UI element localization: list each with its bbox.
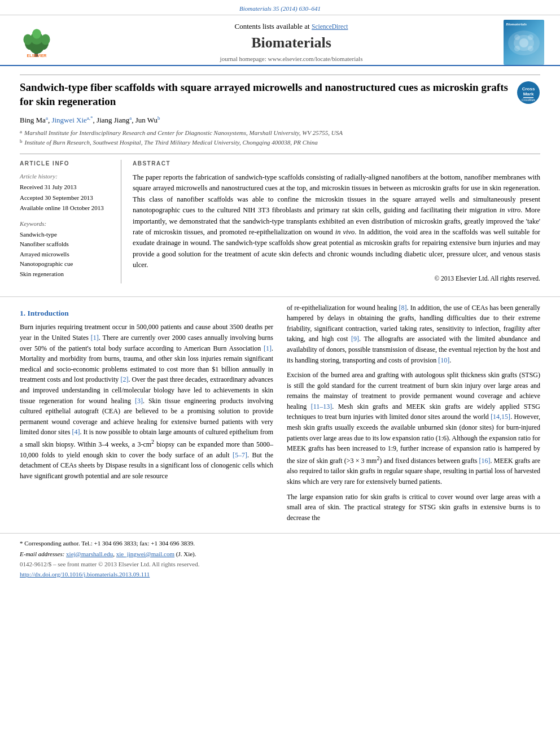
keyword-2: Nanofiber scaffolds (20, 240, 112, 248)
intro-paragraph-4: The large expansion ratio for skin graft… (287, 492, 540, 523)
article-history-label: Article history: (20, 172, 112, 181)
svg-point-6 (41, 34, 50, 45)
crossmark-badge: Cross Mark CrossMark (517, 81, 540, 104)
available-date: Available online 18 October 2013 (20, 204, 112, 212)
svg-text:Mark: Mark (523, 91, 534, 97)
science-direct-link[interactable]: ScienceDirect (312, 23, 348, 30)
intro-heading: 1. Introduction (20, 308, 273, 319)
article-info-abstract-section: ARTICLE INFO Article history: Received 3… (20, 154, 540, 283)
corresponding-author-note: * Corresponding author. Tel.: +1 304 696… (20, 539, 540, 548)
article-info-column: ARTICLE INFO Article history: Received 3… (20, 160, 121, 283)
biomaterials-cover-thumb: Biomaterials (504, 20, 544, 65)
accepted-date: Accepted 30 September 2013 (20, 194, 112, 202)
doi-link-container: http://dx.doi.org/10.1016/j.biomaterials… (20, 569, 540, 579)
article-info-label: ARTICLE INFO (20, 160, 112, 168)
author-3: Jiang Jiang (97, 116, 129, 124)
article-title: Sandwich-type fiber scaffolds with squar… (20, 81, 517, 108)
abstract-text: The paper reports the fabrication of san… (133, 172, 540, 270)
license-text: 0142-9612/$ – see front matter © 2013 El… (20, 560, 540, 569)
svg-point-15 (528, 46, 533, 51)
author-2[interactable]: Jingwei Xie (51, 116, 86, 124)
email-footnote: E-mail addresses: xiej@marshall.edu, xie… (20, 550, 540, 558)
cover-art-icon (506, 27, 542, 58)
svg-text:CrossMark: CrossMark (522, 98, 536, 102)
email-link-2[interactable]: xie_jingwei@mail.com (116, 551, 174, 557)
author-4: Jun Wu (135, 116, 158, 124)
received-date: Received 31 July 2013 (20, 183, 112, 191)
svg-point-7 (32, 29, 41, 38)
email-link-1[interactable]: xiej@marshall.edu (66, 551, 113, 557)
body-content: 1. Introduction Burn injuries requiring … (0, 303, 560, 528)
journal-header: ELSEVIER Contents lists available at Sci… (0, 15, 560, 66)
svg-point-12 (514, 34, 520, 40)
footer-section: * Corresponding author. Tel.: +1 304 696… (0, 533, 560, 582)
keyword-5: Skin regeneration (20, 270, 112, 278)
journal-top-bar: Biomaterials 35 (2014) 630–641 (0, 0, 560, 15)
intro-left-col: 1. Introduction Burn injuries requiring … (20, 303, 273, 528)
author-1: Bing Ma (20, 116, 46, 124)
affiliations: a Marshall Institute for Interdisciplina… (20, 128, 540, 147)
svg-text:Cross: Cross (522, 86, 535, 91)
article-title-section: Sandwich-type fiber scaffolds with squar… (20, 75, 540, 108)
contents-available-text: Contents lists available at ScienceDirec… (90, 21, 492, 32)
abstract-label: ABSTRACT (133, 160, 540, 168)
elsevier-tree-icon: ELSEVIER (11, 27, 62, 58)
authors-line: Bing Maa, Jingwei Xiea,*, Jiang Jianga, … (20, 115, 540, 126)
keyword-4: Nanotopographic cue (20, 260, 112, 268)
svg-point-5 (23, 34, 32, 45)
affiliation-2: b Institute of Burn Research, Southwest … (20, 138, 540, 147)
keyword-1: Sandwich-type (20, 230, 112, 239)
keywords-label: Keywords: (20, 220, 112, 228)
journal-reference: Biomaterials 35 (2014) 630–641 (239, 5, 321, 12)
intro-paragraph-2: of re-epithelialization for wound healin… (287, 303, 540, 366)
main-content: Sandwich-type fiber scaffolds with squar… (0, 66, 560, 291)
svg-point-13 (528, 34, 533, 40)
keyword-3: Arrayed microwells (20, 250, 112, 259)
crossmark-icon: Cross Mark CrossMark (517, 81, 540, 104)
abstract-column: ABSTRACT The paper reports the fabricati… (133, 160, 540, 283)
svg-point-11 (519, 38, 528, 47)
svg-text:ELSEVIER: ELSEVIER (27, 54, 47, 58)
elsevier-logo: ELSEVIER (11, 27, 79, 58)
doi-link[interactable]: http://dx.doi.org/10.1016/j.biomaterials… (20, 571, 150, 578)
copyright-notice: © 2013 Elsevier Ltd. All rights reserved… (133, 274, 540, 283)
intro-right-col: of re-epithelialization for wound healin… (287, 303, 540, 528)
keywords-section: Keywords: Sandwich-type Nanofiber scaffo… (20, 220, 112, 278)
journal-cover-image: Biomaterials (504, 20, 549, 65)
journal-homepage: journal homepage: www.elsevier.com/locat… (90, 55, 492, 63)
intro-paragraph-3: Excision of the burned area and grafting… (287, 370, 540, 487)
elsevier-logo-area: ELSEVIER (11, 27, 79, 58)
intro-paragraph-1: Burn injuries requiring treatment occur … (20, 322, 273, 481)
intro-two-col: 1. Introduction Burn injuries requiring … (20, 303, 540, 528)
journal-header-center: Contents lists available at ScienceDirec… (79, 21, 504, 63)
affiliation-1: a Marshall Institute for Interdisciplina… (20, 128, 540, 138)
journal-name: Biomaterials (90, 33, 492, 53)
svg-point-14 (514, 46, 520, 51)
